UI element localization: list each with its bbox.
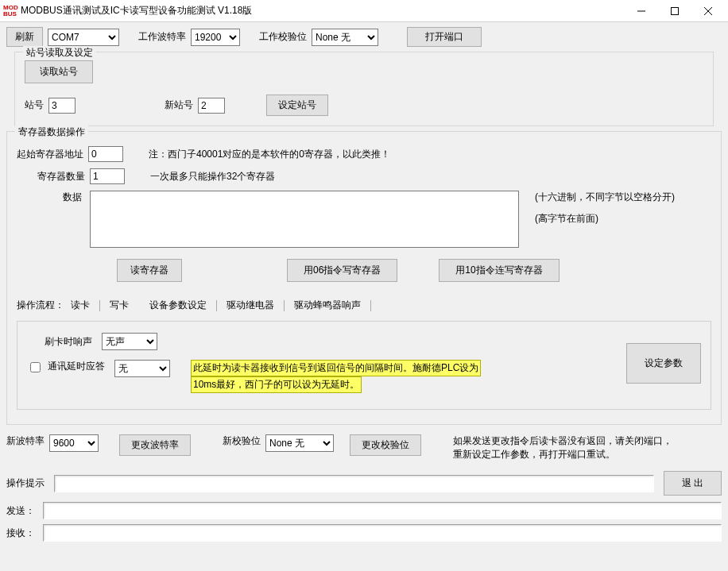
data-textarea[interactable] bbox=[90, 191, 519, 248]
tab-separator bbox=[370, 300, 371, 311]
set-station-button[interactable]: 设定站号 bbox=[266, 95, 328, 116]
delay-checkbox[interactable] bbox=[30, 362, 41, 372]
register-note2: 一次最多只能操作32个寄存器 bbox=[150, 170, 275, 183]
sound-select[interactable]: 无声 bbox=[102, 333, 157, 350]
baud-select[interactable]: 19200 bbox=[191, 29, 240, 46]
delay-label: 通讯延时应答 bbox=[48, 360, 105, 373]
bottom-info-l1: 如果发送更改指令后读卡器没有返回，请关闭端口， bbox=[453, 434, 672, 448]
hint-hex: (十六进制，不同字节以空格分开) bbox=[535, 191, 675, 204]
highlight-note-l1: 此延时为读卡器接收到信号到返回信号的间隔时间。施耐德PLC设为 bbox=[191, 360, 481, 376]
flow-label: 操作流程： bbox=[17, 299, 64, 312]
station-label: 站号 bbox=[25, 98, 44, 112]
params-frame: 刷卡时响声 无声 通讯延时应答 无 此延时为读卡器接收到信号到返回信号的间隔时间… bbox=[17, 321, 711, 410]
baud-label: 工作波特率 bbox=[138, 30, 186, 44]
count-input[interactable] bbox=[90, 168, 125, 184]
tab-writecard[interactable]: 写卡 bbox=[103, 296, 135, 314]
station-legend: 站号读取及设定 bbox=[23, 46, 96, 60]
recv-label: 接收： bbox=[6, 527, 38, 540]
send-display bbox=[43, 502, 722, 519]
data-label: 数据 bbox=[17, 191, 85, 204]
sound-label: 刷卡时响声 bbox=[45, 335, 92, 349]
write06-button[interactable]: 用06指令写寄存器 bbox=[287, 259, 397, 282]
register-note1: 注：西门子40001对应的是本软件的0寄存器，以此类推！ bbox=[149, 148, 390, 161]
parity-select[interactable]: None 无 bbox=[312, 29, 378, 46]
read-station-button[interactable]: 读取站号 bbox=[25, 60, 93, 83]
tab-device-params[interactable]: 设备参数设定 bbox=[143, 296, 213, 314]
bottom-info-l2: 重新设定工作参数，再打开端口重试。 bbox=[453, 448, 672, 461]
exit-button[interactable]: 退 出 bbox=[664, 471, 722, 496]
read-register-button[interactable]: 读寄存器 bbox=[117, 259, 182, 282]
minimize-button[interactable] bbox=[625, 0, 658, 21]
svg-rect-1 bbox=[672, 7, 679, 14]
new-station-label: 新站号 bbox=[165, 98, 193, 112]
station-groupbox: 站号读取及设定 读取站号 站号 新站号 设定站号 bbox=[14, 52, 714, 126]
hint-highbyte: (高字节在前面) bbox=[535, 212, 675, 226]
count-label: 寄存器数量 bbox=[37, 170, 85, 183]
close-button[interactable] bbox=[691, 0, 725, 21]
newparity-label: 新校验位 bbox=[223, 434, 261, 448]
flow-tabs: 操作流程： 读卡 写卡 设备参数设定 驱动继电器 驱动蜂鸣器响声 bbox=[17, 296, 711, 314]
tab-readcard[interactable]: 读卡 bbox=[64, 296, 96, 314]
newparity-select[interactable]: None 无 bbox=[265, 434, 334, 452]
tab-separator bbox=[284, 300, 285, 311]
window-title: MODBUS通讯测试及IC卡读写型设备功能测试 V1.18版 bbox=[19, 4, 625, 17]
parity-label: 工作校验位 bbox=[259, 30, 307, 44]
tips-label: 操作提示 bbox=[6, 476, 45, 490]
tab-separator bbox=[216, 300, 217, 311]
delay-select[interactable]: 无 bbox=[114, 360, 170, 377]
recv-display bbox=[43, 524, 722, 542]
station-input[interactable] bbox=[48, 98, 76, 114]
new-station-input[interactable] bbox=[198, 98, 225, 114]
start-addr-label: 起始寄存器地址 bbox=[17, 148, 83, 161]
newbaud-label: 新波特率 bbox=[6, 434, 45, 448]
tab-separator bbox=[99, 300, 100, 311]
start-addr-input[interactable] bbox=[88, 146, 123, 162]
highlight-note-l2: 10ms最好，西门子的可以设为无延时。 bbox=[191, 376, 362, 393]
tab-relay[interactable]: 驱动继电器 bbox=[220, 296, 281, 314]
newbaud-select[interactable]: 9600 bbox=[49, 434, 99, 452]
set-params-button[interactable]: 设定参数 bbox=[626, 343, 701, 384]
register-legend: 寄存器数据操作 bbox=[15, 125, 88, 139]
register-groupbox: 寄存器数据操作 起始寄存器地址 注：西门子40001对应的是本软件的0寄存器，以… bbox=[6, 131, 722, 425]
titlebar: MODBUS MODBUS通讯测试及IC卡读写型设备功能测试 V1.18版 bbox=[0, 0, 728, 22]
tips-display bbox=[54, 475, 654, 492]
change-baud-button[interactable]: 更改波特率 bbox=[119, 434, 191, 456]
app-icon: MODBUS bbox=[3, 5, 19, 17]
change-parity-button[interactable]: 更改校验位 bbox=[350, 434, 421, 456]
open-port-button[interactable]: 打开端口 bbox=[407, 27, 482, 47]
maximize-button[interactable] bbox=[658, 0, 691, 21]
com-port-select[interactable]: COM7 bbox=[48, 29, 119, 46]
refresh-button[interactable]: 刷新 bbox=[6, 27, 43, 47]
write10-button[interactable]: 用10指令连写寄存器 bbox=[439, 259, 559, 282]
send-label: 发送： bbox=[6, 504, 38, 518]
tab-buzzer[interactable]: 驱动蜂鸣器响声 bbox=[288, 296, 367, 314]
